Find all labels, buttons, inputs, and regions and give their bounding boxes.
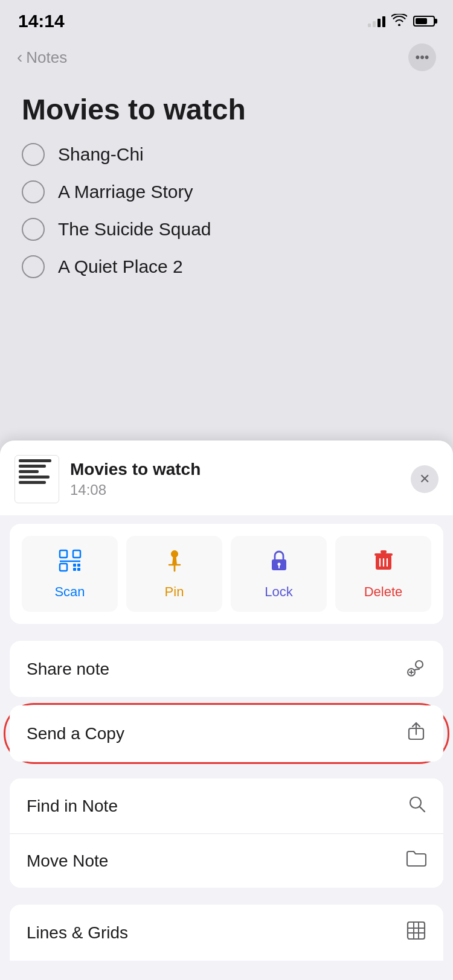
- find-in-note-label: Find in Note: [27, 797, 118, 816]
- list-item: The Suicide Squad: [22, 218, 431, 241]
- svg-rect-6: [73, 568, 76, 571]
- item-text-2: A Marriage Story: [58, 182, 193, 202]
- sheet-preview: Movies to watch 14:08: [14, 455, 201, 503]
- svg-point-19: [416, 661, 423, 668]
- find-in-note-item[interactable]: Find in Note: [10, 778, 443, 833]
- delete-label: Delete: [364, 584, 403, 600]
- send-copy-item[interactable]: Send a Copy: [10, 705, 443, 762]
- nav-bar: ‹ Notes •••: [0, 36, 453, 81]
- actions-row: Scan Pin Lock: [10, 524, 443, 624]
- checkbox-4[interactable]: [22, 255, 45, 278]
- svg-rect-4: [73, 564, 76, 567]
- svg-rect-26: [408, 922, 425, 939]
- share-note-item[interactable]: Share note: [10, 641, 443, 697]
- lock-icon: [266, 548, 292, 577]
- move-note-label: Move Note: [27, 851, 108, 871]
- close-icon: ✕: [419, 471, 430, 487]
- find-move-section: Find in Note Move Note: [10, 778, 443, 888]
- lines-grids-label: Lines & Grids: [27, 923, 128, 943]
- lock-action[interactable]: Lock: [231, 536, 327, 612]
- item-text-1: Shang-Chi: [58, 144, 144, 165]
- trash-icon: [371, 548, 396, 577]
- list-item: A Marriage Story: [22, 180, 431, 203]
- svg-rect-7: [77, 568, 80, 571]
- status-icons: [368, 14, 435, 29]
- signal-icon: [368, 15, 385, 27]
- move-note-item[interactable]: Move Note: [10, 833, 443, 888]
- status-bar: 14:14: [0, 0, 453, 36]
- note-title[interactable]: Movies to watch: [22, 93, 431, 126]
- note-thumbnail: [14, 455, 59, 503]
- item-text-3: The Suicide Squad: [58, 219, 211, 240]
- sheet-header: Movies to watch 14:08 ✕: [0, 441, 453, 515]
- grid-icon: [406, 920, 426, 945]
- share-person-icon: [406, 657, 426, 681]
- scan-action[interactable]: Scan: [22, 536, 118, 612]
- checkbox-1[interactable]: [22, 143, 45, 166]
- chevron-left-icon: ‹: [17, 48, 22, 67]
- share-box-icon: [406, 721, 426, 746]
- ellipsis-icon: •••: [415, 49, 429, 65]
- send-copy-label: Send a Copy: [27, 724, 124, 743]
- share-note-section: Share note: [10, 641, 443, 697]
- lines-grids-item[interactable]: Lines & Grids: [10, 905, 443, 961]
- checkbox-2[interactable]: [22, 180, 45, 203]
- checkbox-3[interactable]: [22, 218, 45, 241]
- svg-rect-0: [60, 550, 67, 558]
- lock-label: Lock: [265, 584, 292, 600]
- wifi-icon: [391, 14, 407, 29]
- share-note-label: Share note: [27, 660, 109, 679]
- magnify-icon: [407, 794, 426, 818]
- folder-icon: [406, 850, 426, 872]
- scan-icon: [57, 548, 83, 577]
- list-item: A Quiet Place 2: [22, 255, 431, 278]
- sheet-note-time: 14:08: [70, 482, 201, 498]
- sheet-note-info: Movies to watch 14:08: [70, 460, 201, 498]
- note-content: Movies to watch Shang-Chi A Marriage Sto…: [0, 81, 453, 317]
- lines-grids-section: Lines & Grids: [10, 905, 443, 961]
- sheet-note-title: Movies to watch: [70, 460, 201, 479]
- send-copy-wrapper: Send a Copy: [10, 705, 443, 762]
- svg-rect-14: [374, 553, 393, 556]
- scan-label: Scan: [54, 584, 85, 600]
- back-label: Notes: [26, 48, 67, 67]
- bottom-sheet: Movies to watch 14:08 ✕: [0, 441, 453, 980]
- svg-rect-15: [381, 550, 387, 553]
- status-time: 14:14: [18, 11, 65, 31]
- more-button[interactable]: •••: [408, 43, 436, 71]
- pin-action[interactable]: Pin: [126, 536, 222, 612]
- back-button[interactable]: ‹ Notes: [17, 48, 67, 67]
- svg-line-25: [420, 807, 425, 812]
- pin-icon: [162, 548, 187, 577]
- battery-icon: [413, 16, 435, 27]
- svg-rect-1: [73, 550, 80, 558]
- item-text-4: A Quiet Place 2: [58, 256, 183, 277]
- delete-action[interactable]: Delete: [335, 536, 431, 612]
- pin-label: Pin: [165, 584, 184, 600]
- svg-rect-2: [60, 564, 67, 571]
- sheet-close-button[interactable]: ✕: [411, 465, 439, 493]
- svg-rect-5: [77, 564, 80, 567]
- list-item: Shang-Chi: [22, 143, 431, 166]
